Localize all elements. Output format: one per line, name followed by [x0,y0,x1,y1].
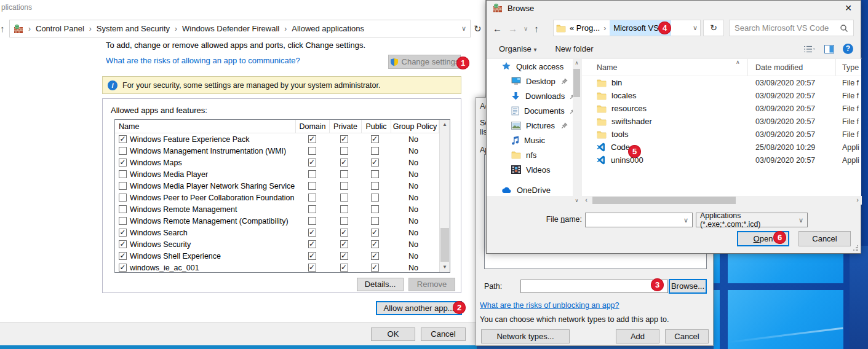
column-name[interactable]: Name [582,59,748,76]
table-row[interactable]: Windows Remote Management (Compatibility… [115,215,450,227]
search-box[interactable]: Search Microsoft VS Code [729,20,854,36]
checkbox[interactable] [119,194,127,202]
browse-address-bar[interactable]: « Prog... › Microsoft VS ... ∨ [553,20,701,36]
scroll-right-icon[interactable]: › [853,196,862,205]
risks-communicate-link[interactable]: What are the risks of allowing an app to… [106,56,300,65]
refresh-icon[interactable]: ↻ [474,23,482,34]
help-icon[interactable]: ? [843,44,853,54]
breadcrumb-control-panel[interactable]: Control Panel [36,24,84,33]
table-row[interactable]: ✓Windows Security ✓ ✓ ✓ No [115,238,450,250]
table-row[interactable]: ✓windows_ie_ac_001 ✓ ✓ ✓ No [115,262,450,273]
column-domain[interactable]: Domain [296,120,330,133]
checkbox[interactable]: ✓ [340,264,348,272]
horizontal-scrollbar[interactable]: ‹ › [582,196,862,205]
file-row[interactable]: bin 03/09/2020 20:57 File f [582,76,861,89]
checkbox[interactable]: ✓ [340,135,348,143]
details-button[interactable]: Details... [357,278,404,291]
nav-pane-scrollbar[interactable]: ∧ ∨ [573,59,581,205]
browse-button[interactable]: Browse... [669,279,707,294]
preview-pane-icon[interactable] [824,45,834,53]
checkbox[interactable] [371,217,379,225]
address-dropdown-icon[interactable]: ∨ [693,24,698,32]
checkbox[interactable] [308,147,316,155]
scrollbar-thumb[interactable] [573,69,580,97]
checkbox[interactable]: ✓ [308,229,316,237]
address-bar[interactable]: › Control Panel › System and Security › … [9,20,471,37]
close-icon[interactable]: ✕ [845,3,852,13]
sidebar-item-pictures[interactable]: Pictures [487,118,573,133]
scroll-up-icon[interactable]: ∧ [573,60,581,66]
views-icon[interactable] [803,45,816,53]
checkbox[interactable]: ✓ [340,159,348,167]
checkbox[interactable]: ✓ [340,229,348,237]
checkbox[interactable] [371,194,379,202]
checkbox[interactable] [340,194,348,202]
breadcrumb-allowed-applications[interactable]: Allowed applications [292,24,364,33]
checkbox[interactable]: ✓ [371,252,379,260]
checkbox[interactable] [340,182,348,190]
column-name[interactable]: Name [115,120,296,133]
checkbox[interactable]: ✓ [119,252,127,260]
checkbox[interactable] [371,182,379,190]
allow-another-app-button[interactable]: Allow another app... [376,301,462,315]
history-dropdown-icon[interactable]: ∨ [524,25,528,32]
back-icon[interactable]: ← [493,23,502,34]
address-segment-collapsed[interactable]: « Prog... [570,23,600,33]
checkbox[interactable]: ✓ [119,240,127,248]
checkbox[interactable]: ✓ [308,264,316,272]
checkbox[interactable]: ✓ [371,264,379,272]
checkbox[interactable]: ✓ [119,229,127,237]
network-types-button[interactable]: Network types... [481,329,570,343]
column-public[interactable]: Public [362,120,391,133]
apps-table-scrollbar[interactable]: ▲ ▼ [439,120,450,272]
table-row[interactable]: Windows Media Player Network Sharing Ser… [115,180,450,192]
checkbox[interactable] [308,170,316,178]
breadcrumb-system-security[interactable]: System and Security [97,24,170,33]
scroll-down-icon[interactable]: ∨ [573,198,581,203]
file-type-filter-dropdown[interactable]: Applications (*.exe;*.com;*.icd) ∨ [696,213,808,227]
checkbox[interactable] [340,217,348,225]
table-row[interactable]: ✓Windows Maps ✓ ✓ ✓ No [115,157,450,168]
file-row[interactable]: swiftshader 03/09/2020 20:57 File f [582,115,861,128]
checkbox[interactable] [340,170,348,178]
breadcrumb-defender-firewall[interactable]: Windows Defender Firewall [182,24,279,33]
scroll-down-icon[interactable]: ▼ [440,262,450,272]
checkbox[interactable]: ✓ [119,159,127,167]
checkbox[interactable] [340,147,348,155]
checkbox[interactable]: ✓ [119,264,127,272]
column-group-policy[interactable]: Group Policy [391,120,439,133]
table-row[interactable]: Windows Management Instrumentation (WMI)… [115,145,450,157]
remove-button[interactable]: Remove [408,278,455,291]
table-row[interactable]: Windows Media Player No [115,168,450,180]
checkbox[interactable]: ✓ [371,240,379,248]
forward-icon[interactable]: → [508,23,517,34]
file-row[interactable]: tools 03/09/2020 20:57 File f [582,128,861,141]
column-type[interactable]: Type [836,63,859,72]
sidebar-item-music[interactable]: Music [487,133,573,147]
scroll-up-icon[interactable]: ▲ [440,120,450,130]
sidebar-item-downloads[interactable]: Downloads [487,88,573,103]
checkbox[interactable] [371,147,379,155]
checkbox[interactable]: ✓ [371,159,379,167]
table-row[interactable]: ✓Windows Shell Experience ✓ ✓ ✓ No [115,250,450,262]
cancel-button[interactable]: Cancel [798,231,851,246]
nav-up-icon[interactable]: ↑ [0,23,5,34]
checkbox[interactable]: ✓ [371,135,379,143]
scrollbar-thumb[interactable] [440,228,449,262]
risks-unblocking-link[interactable]: What are the risks of unblocking an app? [480,301,619,310]
table-row[interactable]: ✓Windows Feature Experience Pack ✓ ✓ ✓ N… [115,133,450,145]
refresh-icon[interactable]: ↻ [703,20,724,36]
checkbox[interactable]: ✓ [308,159,316,167]
file-row[interactable]: resources 03/09/2020 20:57 File f [582,102,861,115]
scrollbar-thumb[interactable] [592,197,736,204]
cancel-button[interactable]: Cancel [665,329,709,343]
checkbox[interactable] [308,205,316,213]
checkbox[interactable]: ✓ [371,229,379,237]
checkbox[interactable] [340,205,348,213]
dropdown-icon[interactable]: ∨ [683,216,688,224]
checkbox[interactable]: ✓ [340,240,348,248]
checkbox[interactable]: ✓ [308,240,316,248]
checkbox[interactable] [371,170,379,178]
checkbox[interactable]: ✓ [308,252,316,260]
sidebar-item-videos[interactable]: Videos [487,162,573,177]
